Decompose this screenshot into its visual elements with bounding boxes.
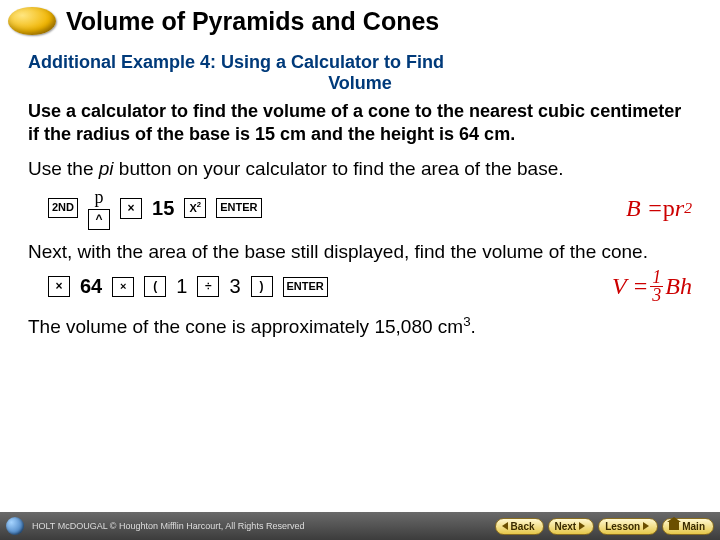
- key-caret: ^: [88, 209, 110, 230]
- fraction-one-third: 1 3: [650, 269, 663, 304]
- key-sequence-1: 2ND p ^ × 15 X2 ENTER B = pr2: [48, 187, 692, 230]
- instruction-2: Next, with the area of the base still di…: [28, 240, 692, 264]
- copyright-text: HOLT McDOUGAL © Houghton Mifflin Harcour…: [32, 521, 491, 531]
- key-multiply: ×: [120, 198, 142, 219]
- formula-volume: V = 1 3 Bh: [612, 269, 692, 304]
- key-divide: ÷: [197, 276, 219, 297]
- main-button[interactable]: Main: [662, 518, 714, 535]
- instruction-1: Use the pi button on your calculator to …: [28, 157, 692, 181]
- key-2nd: 2ND: [48, 198, 78, 217]
- next-arrow-icon: [579, 522, 585, 530]
- key-enter: ENTER: [216, 198, 261, 217]
- value-1: 1: [176, 275, 187, 298]
- pi-label: p: [95, 187, 104, 208]
- final-answer: The volume of the cone is approximately …: [28, 314, 692, 338]
- key-open-paren: (: [144, 276, 166, 297]
- lesson-button[interactable]: Lesson: [598, 518, 658, 535]
- publisher-logo-icon: [6, 517, 24, 535]
- key-caret-pi: p ^: [88, 187, 110, 230]
- value-3: 3: [229, 275, 240, 298]
- example-title-line2: Volume: [28, 73, 692, 94]
- home-icon: [669, 522, 679, 530]
- next-button[interactable]: Next: [548, 518, 595, 535]
- back-arrow-icon: [502, 522, 508, 530]
- example-title: Additional Example 4: Using a Calculator…: [28, 52, 692, 94]
- key-close-paren: ): [251, 276, 273, 297]
- value-64: 64: [80, 275, 102, 298]
- example-prompt: Use a calculator to find the volume of a…: [28, 100, 692, 145]
- back-button[interactable]: Back: [495, 518, 544, 535]
- key-enter-2: ENTER: [283, 277, 328, 296]
- key-sequence-2: × 64 × ( 1 ÷ 3 ) ENTER V = 1 3 Bh: [48, 269, 692, 304]
- key-multiply-2: ×: [48, 276, 70, 297]
- lesson-oval-icon: [8, 7, 56, 35]
- footer-bar: HOLT McDOUGAL © Houghton Mifflin Harcour…: [0, 512, 720, 540]
- key-multiply-3: ×: [112, 277, 134, 296]
- page-title: Volume of Pyramids and Cones: [66, 7, 439, 36]
- lesson-arrow-icon: [643, 522, 649, 530]
- value-15: 15: [152, 197, 174, 220]
- formula-base-area: B = pr2: [626, 195, 692, 222]
- key-x-squared: X2: [184, 198, 206, 218]
- example-title-line1: Additional Example 4: Using a Calculator…: [28, 52, 444, 72]
